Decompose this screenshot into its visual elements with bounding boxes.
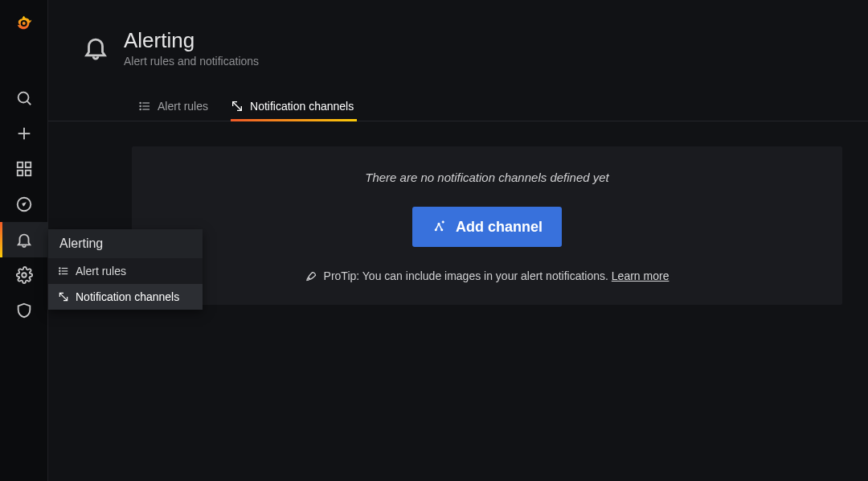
svg-line-29 — [439, 224, 442, 230]
channel-icon — [231, 100, 244, 113]
svg-rect-7 — [26, 171, 31, 175]
flyout-title[interactable]: Alerting — [48, 229, 203, 258]
gear-icon — [15, 266, 33, 284]
logo[interactable] — [0, 0, 48, 47]
rocket-icon — [305, 270, 317, 282]
svg-rect-5 — [26, 162, 31, 167]
channel-icon — [58, 291, 69, 302]
grafana-logo-icon — [15, 14, 33, 32]
nav-configuration[interactable] — [0, 257, 48, 293]
bell-icon — [15, 231, 33, 249]
search-icon — [15, 89, 33, 107]
svg-line-24 — [233, 102, 242, 111]
svg-rect-6 — [18, 171, 23, 175]
dashboards-icon — [15, 160, 33, 178]
svg-point-15 — [59, 270, 60, 271]
add-channel-icon — [432, 220, 446, 234]
svg-point-23 — [140, 109, 141, 109]
svg-point-0 — [18, 92, 29, 103]
svg-line-1 — [27, 101, 31, 105]
add-channel-button[interactable]: Add channel — [412, 207, 562, 247]
plus-icon — [15, 125, 33, 142]
shield-icon — [15, 302, 33, 319]
svg-point-16 — [59, 273, 60, 274]
svg-point-21 — [140, 102, 141, 103]
svg-marker-9 — [22, 202, 27, 207]
svg-rect-4 — [18, 162, 23, 167]
list-icon — [138, 100, 151, 113]
learn-more-link[interactable]: Learn more — [612, 269, 669, 282]
empty-state-card: There are no notification channels defin… — [132, 146, 842, 305]
protip: ProTip: You can include images in your a… — [305, 269, 669, 282]
svg-line-28 — [436, 224, 439, 230]
tab-label: Notification channels — [250, 100, 354, 113]
page-bell-icon — [82, 34, 109, 61]
nav-search[interactable] — [0, 80, 48, 116]
explore-icon — [15, 195, 33, 213]
svg-line-17 — [59, 293, 67, 300]
tab-label: Alert rules — [158, 100, 208, 113]
nav-admin[interactable] — [0, 293, 48, 328]
nav-dashboards[interactable] — [0, 151, 48, 187]
tab-alert-rules[interactable]: Alert rules — [138, 92, 211, 121]
nav-alerting[interactable] — [0, 222, 48, 257]
alerting-flyout: Alerting Alert rules Notification channe… — [48, 229, 203, 310]
flyout-item-label: Notification channels — [76, 290, 179, 303]
nav-explore[interactable] — [0, 187, 48, 222]
empty-state-text: There are no notification channels defin… — [365, 171, 609, 184]
flyout-item-alert-rules[interactable]: Alert rules — [48, 258, 203, 284]
list-icon — [58, 265, 69, 277]
nav-create[interactable] — [0, 116, 48, 151]
page-subtitle: Alert rules and notifications — [124, 55, 259, 68]
svg-point-10 — [22, 273, 27, 278]
svg-point-22 — [140, 105, 141, 106]
tab-notification-channels[interactable]: Notification channels — [231, 92, 357, 121]
protip-text: ProTip: You can include images in your a… — [324, 269, 612, 282]
add-channel-button-label: Add channel — [456, 219, 542, 236]
sidebar — [0, 0, 48, 481]
tabs: Alert rules Notification channels — [48, 92, 868, 121]
page-header: Alerting Alert rules and notifications — [48, 0, 868, 68]
page-title: Alerting — [124, 29, 259, 53]
flyout-item-label: Alert rules — [76, 265, 126, 278]
flyout-item-notification-channels[interactable]: Notification channels — [48, 284, 203, 310]
svg-point-14 — [59, 268, 60, 269]
